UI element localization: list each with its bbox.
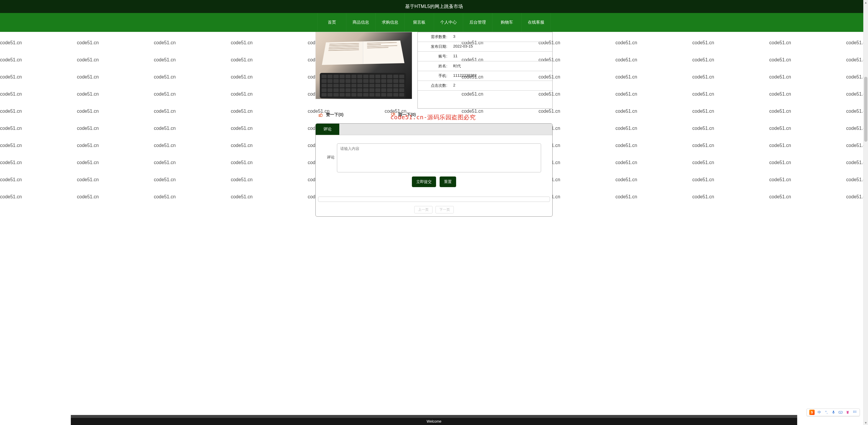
next-page-button[interactable]: 下一页 (435, 206, 454, 213)
nav-item-6[interactable]: 购物车 (492, 13, 522, 32)
detail-value: 时代 (447, 63, 549, 69)
comment-list-empty (318, 196, 550, 202)
svg-point-1 (853, 411, 854, 412)
nav-item-2[interactable]: 求购信息 (376, 13, 405, 32)
detail-label: 手机: (421, 73, 447, 79)
vote-row: 赞一下(0) 踩一下(0) (315, 109, 553, 121)
thumbs-down-icon (391, 113, 395, 117)
svg-point-2 (855, 411, 855, 412)
vertical-scrollbar[interactable]: ▲ ▼ (863, 0, 868, 425)
nav-item-1[interactable]: 商品信息 (346, 13, 376, 32)
product-details: 需求数量:3发布日期:2022-03-15账号:11姓名:时代手机:111222… (417, 32, 553, 109)
ime-mic-icon[interactable] (831, 410, 836, 415)
thumbs-up-icon (318, 113, 323, 117)
like-button[interactable]: 赞一下(0) (318, 112, 343, 118)
detail-value: 3 (447, 34, 549, 39)
comment-form: 评论 立即提交 重置 (316, 135, 552, 193)
svg-point-4 (853, 412, 854, 413)
detail-label: 账号: (421, 54, 447, 59)
submit-button[interactable]: 立即提交 (412, 177, 436, 187)
prev-page-button[interactable]: 上一页 (414, 206, 433, 213)
detail-label: 发布日期: (421, 44, 447, 49)
nav-item-0[interactable]: 首页 (317, 13, 346, 32)
like-label: 赞一下(0) (326, 112, 343, 118)
reset-button[interactable]: 重置 (440, 177, 456, 187)
pagination: 上一页 下一页 (316, 204, 552, 216)
footer-text: Welcome (427, 419, 441, 424)
detail-label: 需求数量: (421, 34, 447, 39)
comment-panel: 评论 评论 立即提交 重置 上一页 下一页 (315, 123, 553, 217)
nav-item-4[interactable]: 个人中心 (434, 13, 463, 32)
svg-point-3 (856, 411, 856, 412)
scroll-thumb[interactable] (864, 77, 867, 142)
detail-row: 需求数量:3 (418, 32, 552, 42)
comment-textarea[interactable] (337, 144, 541, 172)
product-image (315, 32, 412, 99)
dislike-button[interactable]: 踩一下(0) (391, 112, 416, 118)
site-title: 基于HTML5的网上跳蚤市场 (405, 4, 463, 9)
detail-row: 姓名:时代 (418, 61, 552, 71)
detail-row: 账号:11 (418, 52, 552, 61)
detail-value: 2022-03-15 (447, 44, 549, 49)
site-footer: Welcome (0, 415, 868, 425)
svg-rect-0 (839, 412, 842, 414)
site-header: 基于HTML5的网上跳蚤市场 (0, 0, 868, 13)
svg-point-5 (855, 412, 855, 413)
detail-value: 11122233332 (447, 73, 549, 79)
scroll-up-button[interactable]: ▲ (864, 0, 868, 5)
detail-label: 姓名: (421, 63, 447, 69)
main-nav: 首页商品信息求购信息留言板个人中心后台管理购物车在线客服 (0, 13, 868, 32)
comment-form-label: 评论 (327, 144, 337, 160)
ime-logo-icon: S (809, 409, 815, 415)
nav-item-3[interactable]: 留言板 (405, 13, 434, 32)
comment-tab[interactable]: 评论 (316, 124, 339, 135)
nav-item-5[interactable]: 后台管理 (463, 13, 492, 32)
detail-label: 点击次数: (421, 83, 447, 88)
ime-keyboard-icon[interactable] (838, 410, 843, 415)
detail-row: 点击次数:2 (418, 81, 552, 91)
detail-value: 11 (447, 54, 549, 59)
detail-row: 发布日期:2022-03-15 (418, 42, 552, 52)
comment-tab-bar: 评论 (316, 124, 552, 135)
ime-skin-icon[interactable] (845, 410, 850, 415)
dislike-label: 踩一下(0) (398, 112, 416, 118)
ime-lang-icon[interactable]: 中 (817, 410, 822, 415)
svg-point-6 (856, 412, 856, 413)
ime-tools-icon[interactable] (852, 410, 857, 415)
detail-value: 2 (447, 83, 549, 88)
ime-punct-icon[interactable]: °, (824, 410, 829, 415)
product-section: 需求数量:3发布日期:2022-03-15账号:11姓名:时代手机:111222… (315, 32, 553, 109)
ime-toolbar[interactable]: S 中 °, (807, 408, 860, 416)
nav-item-7[interactable]: 在线客服 (522, 13, 551, 32)
detail-row: 手机:11122233332 (418, 71, 552, 81)
